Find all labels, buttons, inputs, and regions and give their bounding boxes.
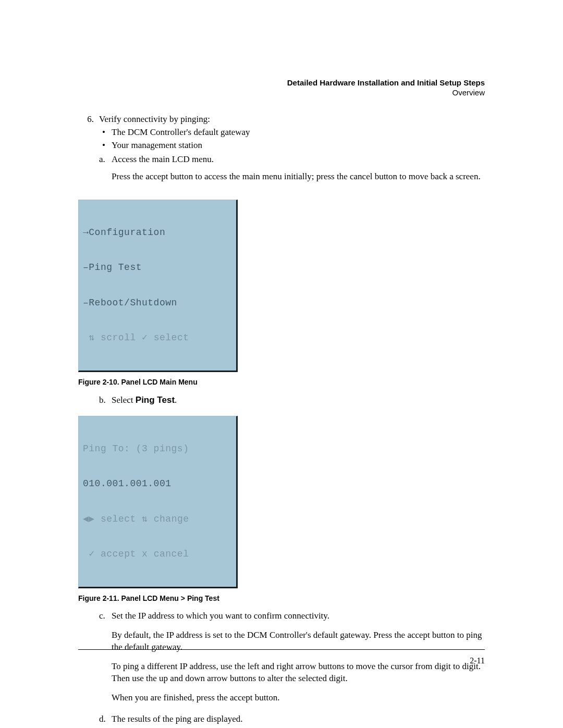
- substep-c: c. Set the IP address to which you want …: [99, 610, 485, 711]
- step-lead: Verify connectivity by pinging:: [99, 114, 485, 126]
- substep-suffix: .: [175, 395, 177, 405]
- substep-para: Press the accept button to access the ma…: [112, 171, 485, 183]
- step-body: Verify connectivity by pinging: The DCM …: [99, 114, 485, 190]
- substep-marker: a.: [99, 154, 112, 190]
- substep-body: The results of the ping are displayed.: [112, 713, 485, 725]
- bullet-item: Your management station: [99, 140, 485, 152]
- document-page: Detailed Hardware Installation and Initi…: [0, 0, 563, 728]
- substep-b: b. Select Ping Test.: [99, 394, 485, 406]
- substep-prefix: Select: [112, 395, 136, 405]
- running-head: Detailed Hardware Installation and Initi…: [78, 78, 485, 97]
- substep-body: Set the IP address to which you want to …: [112, 610, 485, 711]
- figure-2-10: →Configuration –Ping Test –Reboot/Shutdo…: [78, 200, 485, 387]
- step-bullets: The DCM Controller's default gateway You…: [99, 127, 485, 152]
- lcd-main-menu: →Configuration –Ping Test –Reboot/Shutdo…: [78, 200, 238, 372]
- lcd-line: –Ping Test: [83, 262, 232, 274]
- figure-2-11: Ping To: (3 pings) 010.001.001.001 ◀▶ se…: [78, 416, 485, 603]
- substep-text: The results of the ping are displayed.: [112, 713, 485, 725]
- substep-para: When you are finished, press the accept …: [112, 692, 485, 704]
- substep-text: Set the IP address to which you want to …: [112, 610, 485, 622]
- substep-body: Access the main LCD menu. Press the acce…: [112, 154, 485, 190]
- substep-d: d. The results of the ping are displayed…: [99, 713, 485, 725]
- substep-a: a. Access the main LCD menu. Press the a…: [99, 154, 485, 190]
- lcd-line: –Reboot/Shutdown: [83, 297, 232, 309]
- substep-marker: c.: [99, 610, 112, 711]
- lcd-line: 010.001.001.001: [83, 478, 232, 490]
- substep-text: Access the main LCD menu.: [112, 154, 485, 166]
- figure-caption: Figure 2-10. Panel LCD Main Menu: [78, 377, 485, 387]
- substep-para: To ping a different IP address, use the …: [112, 661, 485, 685]
- substep-bold: Ping Test: [136, 395, 175, 405]
- substep-body: Select Ping Test.: [112, 394, 485, 406]
- lcd-line: ✓ accept x cancel: [83, 548, 232, 560]
- substep-marker: d.: [99, 713, 112, 725]
- lcd-line: ◀▶ select ⇅ change: [83, 513, 232, 525]
- running-head-chapter: Detailed Hardware Installation and Initi…: [78, 78, 485, 87]
- figure-caption: Figure 2-11. Panel LCD Menu > Ping Test: [78, 594, 485, 603]
- footer-rule: [78, 649, 485, 650]
- step-6: 6. Verify connectivity by pinging: The D…: [78, 114, 485, 190]
- lcd-line: →Configuration: [83, 227, 232, 239]
- bullet-item: The DCM Controller's default gateway: [99, 127, 485, 139]
- substep-para: By default, the IP address is set to the…: [112, 630, 485, 653]
- lcd-line: ⇅ scroll ✓ select: [83, 332, 232, 344]
- lcd-line: Ping To: (3 pings): [83, 443, 232, 455]
- page-content: 6. Verify connectivity by pinging: The D…: [78, 114, 485, 728]
- running-head-section: Overview: [78, 88, 485, 97]
- page-number: 2-11: [470, 656, 485, 665]
- step-marker: 6.: [78, 114, 99, 190]
- lcd-ping-test: Ping To: (3 pings) 010.001.001.001 ◀▶ se…: [78, 416, 238, 588]
- substep-marker: b.: [99, 394, 112, 406]
